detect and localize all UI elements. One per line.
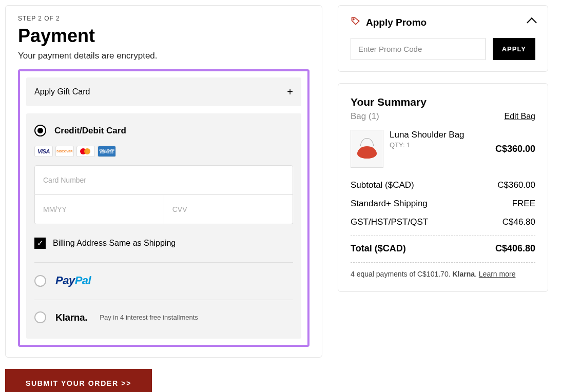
summary-title: Your Summary (351, 96, 535, 108)
promo-card: Apply Promo APPLY (338, 5, 548, 72)
cart-item: Luna Shoulder Bag QTY: 1 C$360.00 (351, 130, 535, 168)
dashed-divider (351, 262, 535, 263)
klarna-description: Pay in 4 interest free installments (100, 313, 198, 321)
card-number-input[interactable] (34, 165, 293, 195)
radio-selected-icon[interactable] (34, 125, 46, 136)
total-value: C$406.80 (495, 243, 535, 254)
mastercard-icon (76, 146, 95, 157)
summary-card: Your Summary Bag (1) Edit Bag Luna Shoul… (338, 83, 548, 292)
tax-label: GST/HST/PST/QST (351, 217, 428, 227)
payment-subtitle: Your payment details are encrypted. (18, 51, 309, 61)
paypal-icon: PayPal (55, 274, 91, 287)
page-title: Payment (18, 25, 309, 47)
radio-unselected-icon[interactable] (34, 311, 46, 323)
tax-value: C$46.80 (502, 217, 535, 227)
product-qty: QTY: 1 (390, 141, 489, 149)
checkbox-checked-icon[interactable]: ✓ (34, 238, 46, 249)
shipping-label: Standard+ Shipping (351, 199, 428, 209)
card-cvv-input[interactable] (164, 195, 293, 224)
payment-methods-highlight: Apply Gift Card + Credit/Debit Card VISA… (18, 69, 309, 347)
total-label: Total ($CAD) (351, 243, 406, 254)
klarna-learn-more-link[interactable]: Learn more (479, 270, 516, 278)
step-label: STEP 2 OF 2 (18, 15, 309, 22)
apply-gift-card-toggle[interactable]: Apply Gift Card + (26, 77, 301, 106)
card-expiry-input[interactable] (34, 195, 164, 224)
discover-icon: DISCOVER (55, 146, 74, 157)
svg-point-0 (353, 19, 354, 20)
gift-card-label: Apply Gift Card (34, 87, 90, 96)
klarna-icon: Klarna. (55, 312, 87, 323)
payment-card: STEP 2 OF 2 Payment Your payment details… (5, 5, 322, 358)
product-price: C$360.00 (495, 144, 535, 154)
shipping-value: FREE (512, 199, 535, 209)
subtotal-label: Subtotal ($CAD) (351, 180, 414, 190)
klarna-icon: Klarna (452, 270, 475, 278)
payment-method-paypal[interactable]: PayPal (34, 263, 293, 300)
card-brand-logos: VISA DISCOVER AMERICANEXPRESS (34, 146, 293, 157)
credit-card-label: Credit/Debit Card (54, 126, 126, 136)
payment-method-credit-card: Credit/Debit Card VISA DISCOVER AMERICAN… (26, 113, 301, 339)
chevron-up-icon[interactable] (527, 17, 537, 28)
edit-bag-link[interactable]: Edit Bag (505, 112, 535, 121)
radio-unselected-icon[interactable] (34, 275, 46, 287)
dashed-divider (351, 236, 535, 236)
billing-same-label: Billing Address Same as Shipping (53, 239, 176, 248)
amex-icon: AMERICANEXPRESS (98, 146, 116, 157)
visa-icon: VISA (34, 146, 53, 157)
submit-order-button[interactable]: SUBMIT YOUR ORDER >> (5, 369, 152, 392)
subtotal-value: C$360.00 (497, 180, 535, 190)
promo-tag-icon (351, 16, 361, 29)
product-thumbnail (351, 130, 383, 168)
credit-card-radio-row[interactable]: Credit/Debit Card (34, 125, 293, 136)
promo-code-input[interactable] (351, 38, 486, 60)
promo-title: Apply Promo (366, 17, 427, 28)
promo-apply-button[interactable]: APPLY (493, 38, 535, 60)
payment-method-klarna[interactable]: Klarna. Pay in 4 interest free installme… (34, 300, 293, 326)
klarna-note: 4 equal payments of C$101.70. Klarna. Le… (351, 270, 535, 278)
product-name: Luna Shoulder Bag (390, 130, 489, 140)
billing-same-row[interactable]: ✓ Billing Address Same as Shipping (34, 238, 293, 249)
plus-icon: + (287, 87, 293, 97)
bag-count: Bag (1) (351, 111, 379, 122)
